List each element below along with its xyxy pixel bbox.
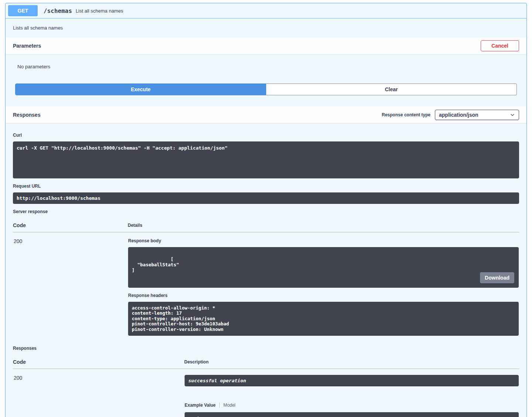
response-content-type-value: application/json	[439, 112, 478, 118]
response-headers-label: Response headers	[128, 293, 519, 298]
cancel-button[interactable]: Cancel	[481, 40, 519, 51]
clear-button[interactable]: Clear	[266, 83, 517, 95]
parameters-title: Parameters	[13, 43, 41, 49]
example-model-tabs: Example Value Model	[185, 403, 519, 408]
response-headers-block: access-control-allow-origin: * content-l…	[128, 302, 519, 336]
request-url-label: Request URL	[13, 184, 519, 189]
chevron-down-icon	[510, 112, 515, 117]
execute-wrapper: Execute Clear	[6, 75, 526, 106]
operation-block: GET /schemas List all schema names Lists…	[5, 3, 527, 417]
server-response-row: 200 Response body [ "baseballStats" ] Do…	[13, 232, 519, 339]
response-body-label: Response body	[128, 238, 519, 243]
curl-label: Curl	[13, 133, 519, 138]
documented-code-header: Code	[13, 355, 184, 369]
server-response-code-header: Code	[13, 218, 128, 232]
response-description-block: successful operation	[185, 375, 519, 386]
execute-button[interactable]: Execute	[15, 83, 266, 95]
response-body-block: [ "baseballStats" ] Download	[128, 247, 519, 288]
http-method-badge: GET	[8, 5, 38, 16]
operation-summary[interactable]: GET /schemas List all schema names	[6, 3, 526, 18]
curl-command-block: curl -X GET "http://localhost:9000/schem…	[13, 141, 519, 178]
operation-description: Lists all schema names	[6, 18, 526, 37]
responses-section-header: Responses Response content type applicat…	[6, 106, 526, 123]
response-content-type-label: Response content type	[382, 112, 430, 117]
tab-model[interactable]: Model	[223, 403, 236, 408]
request-url-block: http://localhost:9000/schemas	[13, 192, 519, 204]
response-content-type-wrap: Response content type application/json	[382, 110, 519, 120]
server-response-table: Code Details 200 Response body [ "baseba…	[13, 218, 519, 339]
documented-responses-label: Responses	[13, 346, 519, 351]
documented-response-code: 200	[13, 369, 184, 417]
tab-divider	[219, 403, 220, 408]
server-response-label: Server response	[13, 209, 519, 214]
tab-example-value[interactable]: Example Value	[185, 403, 216, 408]
responses-title: Responses	[13, 112, 41, 118]
documented-description-header: Description	[184, 355, 519, 369]
server-response-code: 200	[13, 232, 128, 339]
documented-response-cell: successful operation Example Value Model…	[184, 369, 519, 417]
documented-responses-table: Code Description 200 successful operatio…	[13, 355, 519, 417]
server-response-details-cell: Response body [ "baseballStats" ] Downlo…	[128, 232, 519, 339]
no-parameters-message: No parameters	[6, 54, 526, 75]
documented-response-row: 200 successful operation Example Value M…	[13, 369, 519, 417]
server-response-details-header: Details	[128, 218, 519, 232]
operation-path: /schemas	[38, 7, 76, 14]
download-button[interactable]: Download	[480, 272, 514, 283]
responses-body: Curl curl -X GET "http://localhost:9000/…	[6, 123, 526, 417]
response-body-text: [ "baseballStats" ]	[132, 256, 179, 273]
example-value-block: string	[185, 412, 519, 417]
operation-summary-text: List all schema names	[76, 8, 123, 14]
parameters-section-header: Parameters Cancel	[6, 37, 526, 54]
response-content-type-select[interactable]: application/json	[435, 110, 519, 120]
